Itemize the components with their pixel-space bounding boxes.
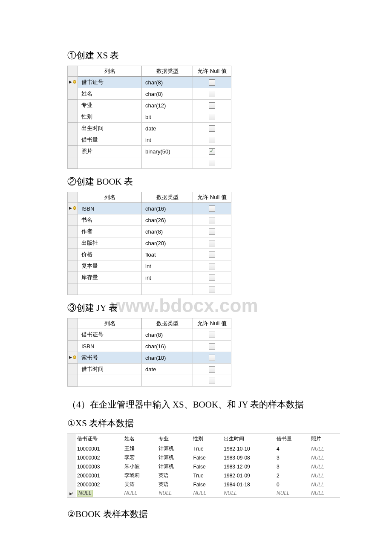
row-gutter[interactable] <box>68 260 78 272</box>
col-name[interactable]: 姓名 <box>123 434 157 444</box>
cell-allow-null[interactable] <box>193 249 231 260</box>
table-row[interactable]: 出生时间date <box>68 123 231 134</box>
col-header-type[interactable]: 数据类型 <box>142 66 193 77</box>
data-cell[interactable]: 计算机 <box>157 453 191 462</box>
data-cell[interactable]: 计算机 <box>157 444 191 454</box>
table-row[interactable]: 10000002李宏计算机False1983-09-083NULL <box>67 453 340 462</box>
data-cell[interactable]: 1983-09-08 <box>222 453 275 462</box>
row-gutter[interactable] <box>68 272 78 283</box>
data-cell[interactable]: NULL <box>309 471 340 480</box>
row-gutter[interactable] <box>68 375 78 387</box>
allow-null-checkbox[interactable] <box>209 160 215 166</box>
table-row[interactable]: 复本量int <box>68 260 231 272</box>
cell-allow-null[interactable] <box>193 260 231 272</box>
cell-allow-null[interactable] <box>193 88 231 100</box>
cell-allow-null[interactable] <box>193 272 231 283</box>
allow-null-checkbox[interactable] <box>209 240 215 246</box>
row-gutter[interactable] <box>68 341 78 352</box>
data-cell[interactable]: 计算机 <box>157 462 191 471</box>
cell-data-type[interactable]: char(8) <box>142 77 193 88</box>
cell-column-name[interactable] <box>78 157 142 169</box>
data-cell[interactable]: NULL <box>309 480 340 489</box>
row-gutter[interactable] <box>68 123 78 134</box>
table-row[interactable]: 姓名char(8) <box>68 88 231 100</box>
new-row-gutter[interactable] <box>67 489 75 498</box>
cell-data-type[interactable]: char(16) <box>142 341 193 352</box>
table-row[interactable]: ISBNchar(16) <box>68 341 231 352</box>
cell-column-name[interactable]: 借书时间 <box>78 364 142 375</box>
cell-data-type[interactable]: bit <box>142 111 193 123</box>
data-cell[interactable]: NULL <box>309 489 340 498</box>
cell-allow-null[interactable] <box>193 226 231 237</box>
data-cell[interactable]: 10000002 <box>75 453 123 462</box>
row-gutter[interactable] <box>67 480 75 489</box>
table-row[interactable]: ISBNchar(16) <box>68 203 231 214</box>
row-gutter[interactable] <box>68 329 78 341</box>
row-gutter[interactable] <box>68 226 78 237</box>
row-gutter[interactable] <box>68 283 78 295</box>
cell-allow-null[interactable] <box>193 329 231 341</box>
data-cell[interactable]: 1983-12-09 <box>222 462 275 471</box>
cell-data-type[interactable] <box>142 375 193 387</box>
row-gutter[interactable] <box>67 471 75 480</box>
table-row[interactable]: 照片binary(50) <box>68 146 231 157</box>
col-header-type[interactable]: 数据类型 <box>142 192 193 203</box>
data-cell[interactable]: NULL <box>191 489 222 498</box>
cell-data-type[interactable]: binary(50) <box>142 146 193 157</box>
cell-data-type[interactable]: float <box>142 249 193 260</box>
data-cell[interactable]: False <box>191 453 222 462</box>
table-row[interactable]: 借书时间date <box>68 364 231 375</box>
new-row[interactable]: NULLNULLNULLNULLNULLNULLNULL <box>67 489 340 498</box>
allow-null-checkbox[interactable] <box>209 366 215 373</box>
table-row[interactable]: 出版社char(20) <box>68 237 231 249</box>
col-birth[interactable]: 出生时间 <box>222 434 275 444</box>
allow-null-checkbox[interactable] <box>209 205 215 212</box>
cell-allow-null[interactable] <box>193 146 231 157</box>
cell-allow-null[interactable] <box>193 341 231 352</box>
col-major[interactable]: 专业 <box>157 434 191 444</box>
cell-allow-null[interactable] <box>193 375 231 387</box>
table-row[interactable]: 价格float <box>68 249 231 260</box>
col-id[interactable]: 借书证号 <box>75 434 123 444</box>
col-header-null[interactable]: 允许 Null 值 <box>193 318 231 329</box>
cell-allow-null[interactable] <box>193 203 231 214</box>
cell-data-type[interactable]: char(8) <box>142 226 193 237</box>
cell-data-type[interactable] <box>142 283 193 295</box>
cell-data-type[interactable]: char(8) <box>142 329 193 341</box>
cell-allow-null[interactable] <box>193 364 231 375</box>
cell-column-name[interactable]: 书名 <box>78 214 142 226</box>
cell-data-type[interactable]: char(16) <box>142 203 193 214</box>
allow-null-checkbox[interactable] <box>209 251 215 258</box>
cell-column-name[interactable]: 照片 <box>78 146 142 157</box>
cell-column-name[interactable]: 借书量 <box>78 134 142 146</box>
data-cell[interactable]: NULL <box>309 462 340 471</box>
table-row[interactable]: 20000002吴涛英语False1984-01-180NULL <box>67 480 340 489</box>
row-gutter[interactable] <box>68 352 78 364</box>
table-row[interactable] <box>68 157 231 169</box>
data-cell[interactable]: 朱小波 <box>123 462 157 471</box>
table-row[interactable]: 作者char(8) <box>68 226 231 237</box>
allow-null-checkbox[interactable] <box>209 125 215 132</box>
cell-data-type[interactable]: char(10) <box>142 352 193 364</box>
cell-data-type[interactable]: char(8) <box>142 88 193 100</box>
table-row[interactable]: 库存量int <box>68 272 231 283</box>
data-cell[interactable]: 王娟 <box>123 444 157 454</box>
data-cell[interactable]: 吴涛 <box>123 480 157 489</box>
col-header-name[interactable]: 列名 <box>78 318 142 329</box>
data-cell[interactable]: 1982-01-09 <box>222 471 275 480</box>
col-header-null[interactable]: 允许 Null 值 <box>193 66 231 77</box>
data-cell[interactable]: True <box>191 471 222 480</box>
table-row[interactable]: 借书证号char(8) <box>68 77 231 88</box>
cell-allow-null[interactable] <box>193 352 231 364</box>
allow-null-checkbox[interactable] <box>209 275 215 281</box>
row-gutter[interactable] <box>67 444 75 454</box>
row-gutter[interactable] <box>68 214 78 226</box>
data-cell[interactable]: 0 <box>275 480 309 489</box>
allow-null-checkbox[interactable] <box>209 217 215 223</box>
data-cell[interactable]: 3 <box>275 453 309 462</box>
allow-null-checkbox[interactable] <box>209 378 215 384</box>
cell-allow-null[interactable] <box>193 157 231 169</box>
data-cell[interactable]: 英语 <box>157 480 191 489</box>
allow-null-checkbox[interactable] <box>209 263 215 269</box>
cell-column-name[interactable]: 出版社 <box>78 237 142 249</box>
